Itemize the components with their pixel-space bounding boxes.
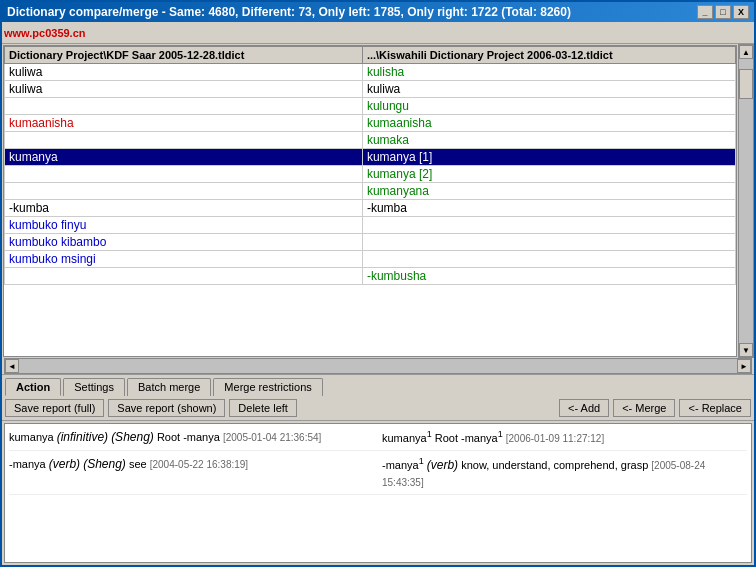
detail-row: -manya (verb) (Sheng) see [2004-05-22 16… xyxy=(9,455,747,495)
compare-area: Dictionary Project\KDF Saar 2005-12-28.t… xyxy=(2,44,754,358)
cell-left xyxy=(5,98,363,115)
cell-left: kumaanisha xyxy=(5,115,363,132)
tab-batch-merge[interactable]: Batch merge xyxy=(127,378,211,396)
detail-cell-right: -manya1 (verb) know, understand, compreh… xyxy=(382,455,747,490)
minimize-button[interactable]: _ xyxy=(697,5,713,19)
window-controls: _ □ X xyxy=(697,5,749,19)
scroll-left-arrow[interactable]: ◄ xyxy=(5,359,19,373)
cell-left: kumanya xyxy=(5,149,363,166)
cell-right: -kumba xyxy=(362,200,735,217)
close-button[interactable]: X xyxy=(733,5,749,19)
compare-table-wrap[interactable]: Dictionary Project\KDF Saar 2005-12-28.t… xyxy=(3,45,737,357)
tab-settings[interactable]: Settings xyxy=(63,378,125,396)
table-row[interactable]: kuliwakuliwa xyxy=(5,81,736,98)
tab-merge-restrictions[interactable]: Merge restrictions xyxy=(213,378,322,396)
cell-right: kuliwa xyxy=(362,81,735,98)
delete-left-button[interactable]: Delete left xyxy=(229,399,297,417)
compare-table: Dictionary Project\KDF Saar 2005-12-28.t… xyxy=(4,46,736,285)
tabs-bar: Action Settings Batch merge Merge restri… xyxy=(2,374,754,396)
add-button[interactable]: <- Add xyxy=(559,399,609,417)
replace-button[interactable]: <- Replace xyxy=(679,399,751,417)
scroll-down-arrow[interactable]: ▼ xyxy=(739,343,753,357)
main-window: Dictionary compare/merge - Same: 4680, D… xyxy=(0,0,756,567)
cell-left: kuliwa xyxy=(5,81,363,98)
scroll-up-arrow[interactable]: ▲ xyxy=(739,45,753,59)
cell-right: kulisha xyxy=(362,64,735,81)
detail-cell-right: kumanya1 Root -manya1 [2006-01-09 11:27:… xyxy=(382,428,747,446)
cell-left xyxy=(5,183,363,200)
maximize-button[interactable]: □ xyxy=(715,5,731,19)
table-row[interactable]: kumbuko kibambo xyxy=(5,234,736,251)
cell-right xyxy=(362,234,735,251)
cell-right xyxy=(362,251,735,268)
cell-right: kumanya [1] xyxy=(362,149,735,166)
save-report-shown-button[interactable]: Save report (shown) xyxy=(108,399,225,417)
scroll-thumb[interactable] xyxy=(739,69,753,99)
table-row[interactable]: kumaka xyxy=(5,132,736,149)
table-row[interactable]: kumaanishakumaanisha xyxy=(5,115,736,132)
merge-button[interactable]: <- Merge xyxy=(613,399,675,417)
table-row[interactable]: -kumbusha xyxy=(5,268,736,285)
table-row[interactable]: kulungu xyxy=(5,98,736,115)
action-buttons-bar: Save report (full) Save report (shown) D… xyxy=(2,396,754,421)
table-row[interactable]: kumbuko msingi xyxy=(5,251,736,268)
cell-right xyxy=(362,217,735,234)
col-left-header: Dictionary Project\KDF Saar 2005-12-28.t… xyxy=(5,47,363,64)
cell-left xyxy=(5,268,363,285)
table-row[interactable]: kumbuko finyu xyxy=(5,217,736,234)
title-bar: Dictionary compare/merge - Same: 4680, D… xyxy=(2,2,754,22)
cell-right: kumaka xyxy=(362,132,735,149)
cell-left: kumbuko finyu xyxy=(5,217,363,234)
vertical-scrollbar[interactable]: ▲ ▼ xyxy=(738,44,754,358)
cell-right: -kumbusha xyxy=(362,268,735,285)
detail-cell-left: kumanya (infinitive) (Sheng) Root -manya… xyxy=(9,428,374,446)
table-row[interactable]: kumanya [2] xyxy=(5,166,736,183)
detail-cell-left: -manya (verb) (Sheng) see [2004-05-22 16… xyxy=(9,455,374,490)
bottom-panel: Action Settings Batch merge Merge restri… xyxy=(2,374,754,565)
window-title: Dictionary compare/merge - Same: 4680, D… xyxy=(7,5,571,19)
logo: www.pc0359.cn xyxy=(4,27,86,39)
cell-right: kulungu xyxy=(362,98,735,115)
cell-left xyxy=(5,166,363,183)
detail-row: kumanya (infinitive) (Sheng) Root -manya… xyxy=(9,428,747,451)
detail-panel: kumanya (infinitive) (Sheng) Root -manya… xyxy=(4,423,752,563)
save-report-full-button[interactable]: Save report (full) xyxy=(5,399,104,417)
col-right-header: ...\Kiswahili Dictionary Project 2006-03… xyxy=(362,47,735,64)
cell-left xyxy=(5,132,363,149)
scroll-right-arrow[interactable]: ► xyxy=(737,359,751,373)
h-scroll-track xyxy=(19,359,737,373)
cell-left: kumbuko msingi xyxy=(5,251,363,268)
scroll-track xyxy=(739,59,753,343)
cell-left: kumbuko kibambo xyxy=(5,234,363,251)
toolbar: www.pc0359.cn xyxy=(2,22,754,44)
table-row[interactable]: kumanyakumanya [1] xyxy=(5,149,736,166)
cell-right: kumanya [2] xyxy=(362,166,735,183)
cell-left: -kumba xyxy=(5,200,363,217)
tab-action[interactable]: Action xyxy=(5,378,61,396)
table-row[interactable]: kumanyana xyxy=(5,183,736,200)
cell-right: kumaanisha xyxy=(362,115,735,132)
horizontal-scrollbar[interactable]: ◄ ► xyxy=(4,358,752,374)
table-row[interactable]: -kumba-kumba xyxy=(5,200,736,217)
cell-left: kuliwa xyxy=(5,64,363,81)
table-row[interactable]: kuliwakulisha xyxy=(5,64,736,81)
cell-right: kumanyana xyxy=(362,183,735,200)
